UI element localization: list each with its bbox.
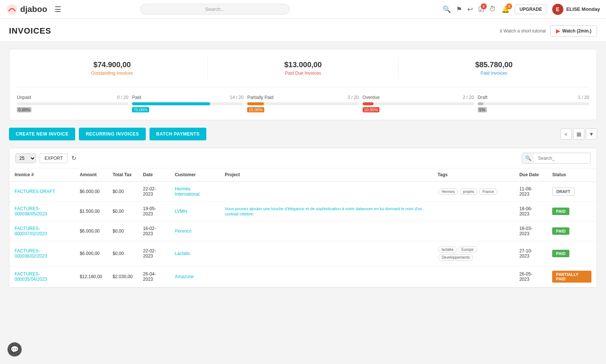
global-search[interactable]: Search... <box>140 4 290 15</box>
tax-cell: $2.030,00 <box>107 266 138 287</box>
tasks-icon[interactable]: ☑ 6 <box>478 5 484 13</box>
flag-icon[interactable]: ⚑ <box>456 5 462 13</box>
status-badge: PAID <box>552 208 569 215</box>
paid-summary-card: $85.780,00 Paid Invoices <box>399 57 589 80</box>
col-header-project: Project <box>219 168 432 181</box>
table-toolbar: 25 50 100 EXPORT ↻ 🔍 <box>9 148 597 168</box>
customer-link[interactable]: Lactalis <box>175 251 190 256</box>
customer-link[interactable]: LVMH <box>175 209 187 214</box>
col-header-total-tax: Total Tax <box>107 168 138 181</box>
status-bar-overdue: Overdue 2 / 20 10.00% <box>363 95 474 112</box>
date-cell: 22-02-2023 <box>138 241 170 266</box>
invoice-link[interactable]: FACTURES-DRAFT <box>15 189 55 194</box>
status-badge: PAID <box>552 250 569 257</box>
status-badge: PARTIALLY PAID <box>552 271 591 283</box>
amount-cell: $6.000,00 <box>74 221 107 241</box>
avatar: E <box>552 4 563 15</box>
status-badge: DRAFT <box>552 187 574 196</box>
project-cell <box>219 221 432 241</box>
invoices-table: Invoice #AmountTotal TaxDateCustomerProj… <box>9 168 597 287</box>
amount-cell: $6.000,00 <box>74 241 107 266</box>
due-date-cell: 18-06-2023 <box>514 202 547 221</box>
customer-link[interactable]: Amazone <box>175 274 194 279</box>
date-cell: 19-05-2023 <box>138 202 170 221</box>
customer-link[interactable]: Hermès International <box>175 186 200 197</box>
tax-cell: $0,00 <box>107 221 138 241</box>
tags-cell: HermesprojetsFrance <box>432 181 514 202</box>
status-cell: PARTIALLY PAID <box>547 266 597 287</box>
action-buttons: CREATE NEW INVOICE RECURRING INVOICES BA… <box>9 128 597 140</box>
tags-cell: lactaliaEuropeDeveloppements <box>432 241 514 266</box>
outstanding-amount: $74.900,00 <box>21 60 204 69</box>
table-row: FACTURES-000035/04/2023 $12.180,00 $2.03… <box>9 266 597 287</box>
amount-cell: $6.000,00 <box>74 181 107 202</box>
tag: projets <box>459 189 477 195</box>
table-search-input[interactable] <box>534 153 590 163</box>
project-text: Vous pouvez ajouter une touche d'éléganc… <box>225 206 422 216</box>
per-page-select[interactable]: 25 50 100 <box>15 153 36 163</box>
status-cell: DRAFT <box>547 181 597 202</box>
status-bar-unpaid: Unpaid 0 / 20 0.00% <box>17 95 128 112</box>
invoice-link[interactable]: FACTURES-000036/02/2023 <box>15 248 47 259</box>
status-bar-partially-paid: Partially Paid 3 / 20 15.00% <box>247 95 359 112</box>
prev-page-icon[interactable]: « <box>560 128 572 140</box>
share-icon[interactable]: ↩ <box>467 5 473 13</box>
view-icons: « ▦ ▼ <box>560 128 597 140</box>
invoice-link[interactable]: FACTURES-000035/04/2023 <box>15 271 47 282</box>
invoice-table-section: 25 50 100 EXPORT ↻ 🔍 Invoice #AmountTota… <box>9 148 597 288</box>
chart-view-icon[interactable]: ▦ <box>573 128 584 140</box>
create-invoice-button[interactable]: CREATE NEW INVOICE <box>9 128 75 140</box>
due-date-cell: 26-05-2023 <box>514 266 547 287</box>
table-header-row: Invoice #AmountTotal TaxDateCustomerProj… <box>9 168 597 181</box>
notifications-icon[interactable]: 🔔 3 <box>501 5 510 13</box>
upgrade-button[interactable]: UPGRADE <box>515 4 547 14</box>
page-header: INVOICES ℹ Watch a short tutorial ▶ Watc… <box>0 19 606 41</box>
logo-icon <box>6 3 18 15</box>
menu-hamburger-icon[interactable]: ☰ <box>55 5 61 14</box>
svg-point-0 <box>7 4 17 15</box>
tags-cell <box>432 221 514 241</box>
customer-link[interactable]: Perenco <box>175 228 192 234</box>
project-cell <box>219 181 432 202</box>
status-cell: PAID <box>547 221 597 241</box>
recurring-invoices-button[interactable]: RECURRING INVOICES <box>79 128 145 140</box>
due-date-cell: 27-10-2023 <box>514 241 547 266</box>
user-area[interactable]: E ELISE Monday <box>552 4 600 15</box>
export-button[interactable]: EXPORT <box>40 153 68 163</box>
clock-icon[interactable]: ⏱ <box>489 5 496 13</box>
table-row: FACTURES-000038/05/2023 $1.500,00 $0,00 … <box>9 202 597 221</box>
status-badge: PAID <box>552 227 569 235</box>
app-logo[interactable]: djaboo <box>6 3 47 15</box>
status-cell: PAID <box>547 241 597 266</box>
amount-cell: $1.500,00 <box>74 202 107 221</box>
pastdue-label: Past Due Invoices <box>212 71 395 76</box>
table-row: FACTURES-000037/02/2023 $6.000,00 $0,00 … <box>9 221 597 241</box>
col-header-due-date: Due Date <box>514 168 547 181</box>
tutorial-link[interactable]: ℹ Watch a short tutorial <box>500 28 546 34</box>
refresh-icon[interactable]: ↻ <box>71 155 76 162</box>
col-header-customer: Customer <box>170 168 220 181</box>
outstanding-label: Outstanding Invoices <box>21 71 204 76</box>
outstanding-card: $74.900,00 Outstanding Invoices <box>17 57 208 80</box>
tasks-badge: 6 <box>481 3 487 9</box>
filter-icon[interactable]: ▼ <box>586 128 597 140</box>
tags-cell <box>432 266 514 287</box>
invoice-link[interactable]: FACTURES-000037/02/2023 <box>15 226 47 236</box>
date-cell: 26-04-2023 <box>138 266 170 287</box>
page-title: INVOICES <box>9 26 51 36</box>
tax-cell: $0,00 <box>107 181 138 202</box>
tags-cell <box>432 202 514 221</box>
watch-button[interactable]: ▶ Watch (2min.) <box>550 25 597 37</box>
paid-amount: $85.780,00 <box>402 60 585 69</box>
info-icon: ℹ <box>500 28 502 34</box>
amount-cell: $12.180,00 <box>74 266 107 287</box>
col-header-status: Status <box>547 168 597 181</box>
batch-payments-button[interactable]: BATCH PAYMENTS <box>150 128 206 140</box>
col-header-date: Date <box>138 168 170 181</box>
search-icon[interactable]: 🔍 <box>443 5 451 13</box>
table-row: FACTURES-DRAFT $6.000,00 $0,00 22-02-202… <box>9 181 597 202</box>
invoice-link[interactable]: FACTURES-000038/05/2023 <box>15 206 47 217</box>
col-header-amount: Amount <box>74 168 107 181</box>
tag: Hermes <box>438 189 458 195</box>
tax-cell: $0,00 <box>107 241 138 266</box>
